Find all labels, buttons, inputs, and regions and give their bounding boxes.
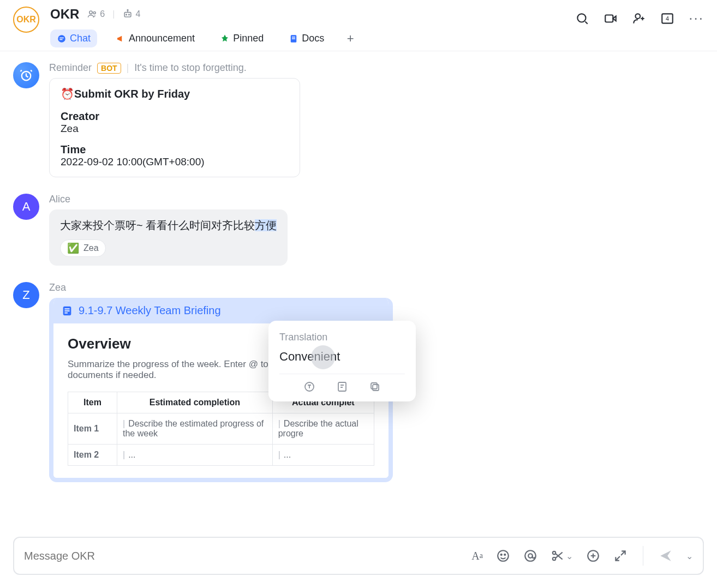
chat-icon [57, 34, 67, 44]
send-options-icon[interactable]: ⌄ [686, 551, 693, 561]
sidebar-icon[interactable]: 4 [660, 11, 674, 26]
svg-point-3 [128, 10, 129, 11]
svg-point-28 [504, 554, 505, 555]
svg-point-26 [498, 550, 509, 561]
doc-table: Item Estimated completion Actual complet… [68, 392, 374, 466]
svg-rect-13 [606, 15, 613, 22]
video-call-icon[interactable] [604, 11, 618, 26]
svg-rect-7 [59, 37, 64, 38]
svg-rect-11 [292, 38, 295, 39]
group-title: OKR [50, 7, 79, 22]
svg-rect-23 [338, 382, 346, 391]
tab-pinned-label: Pinned [233, 33, 264, 44]
tab-chat[interactable]: Chat [50, 29, 97, 47]
group-avatar[interactable]: OKR [13, 7, 39, 33]
reaction-chip[interactable]: ✅ Zea [60, 239, 106, 257]
translate-settings-icon[interactable] [302, 380, 316, 394]
sender-name: Reminder [49, 62, 92, 74]
divider [279, 374, 405, 374]
tab-chat-label: Chat [70, 33, 91, 44]
translation-result: Convenient [279, 350, 340, 364]
tab-docs[interactable]: Docs [282, 29, 331, 47]
translation-title: Translation [279, 332, 405, 343]
bot-count[interactable]: 4 [122, 9, 140, 20]
tabs: Chat Announcement Pinned Docs + [50, 29, 575, 51]
tab-docs-label: Docs [302, 33, 324, 44]
note-icon[interactable] [335, 380, 349, 394]
format-icon[interactable]: Aa [471, 550, 483, 562]
svg-rect-19 [64, 308, 69, 309]
tab-announcement-label: Announcement [129, 33, 195, 44]
bot-badge: BOT [97, 63, 121, 74]
reminder-card[interactable]: ⏰Submit OKR by Friday Creator Zea Time 2… [49, 78, 300, 177]
svg-rect-10 [292, 37, 295, 38]
chat-header: OKR OKR 6 | 4 Chat [0, 0, 717, 51]
svg-point-12 [578, 14, 586, 22]
doc-icon [61, 305, 73, 317]
bot-count-value: 4 [135, 9, 140, 19]
doc-title: 9.1-9.7 Weekly Team Briefing [79, 304, 221, 317]
message-composer[interactable]: Aa ⌄ ⌄ [13, 537, 704, 575]
svg-rect-24 [373, 385, 379, 391]
member-count[interactable]: 6 [87, 9, 105, 20]
more-icon[interactable]: ··· [689, 10, 704, 27]
members-icon [87, 9, 98, 20]
alice-message-bubble[interactable]: 大家来投个票呀~ 看看什么时间对齐比较方便 ✅ Zea [49, 209, 288, 266]
message-input[interactable] [24, 550, 471, 562]
table-row: Item 2 |... |... [68, 445, 374, 466]
svg-rect-20 [64, 310, 69, 311]
search-icon[interactable] [575, 11, 589, 26]
tab-announcement[interactable]: Announcement [109, 29, 201, 47]
svg-point-29 [525, 550, 536, 561]
time-label: Time [61, 143, 289, 156]
alice-text-selected: 方便 [255, 219, 277, 231]
th-estimated: Estimated completion [117, 392, 273, 413]
member-count-value: 6 [100, 9, 105, 19]
add-tab-button[interactable]: + [343, 31, 358, 46]
message-list: Reminder BOT | It's time to stop forgett… [0, 51, 717, 531]
done-emoji-icon: ✅ [67, 242, 79, 254]
creator-label: Creator [61, 110, 289, 123]
time-value: 2022-09-02 10:00(GMT+08:00) [61, 156, 289, 168]
expand-icon[interactable] [613, 549, 628, 563]
send-button[interactable] [659, 549, 673, 563]
alice-avatar[interactable]: A [13, 194, 39, 220]
table-row: Item 1 |Describe the estimated progress … [68, 413, 374, 445]
svg-point-30 [528, 554, 533, 558]
header-actions: 4 ··· [575, 7, 704, 27]
alice-text: 大家来投个票呀~ 看看什么时间对齐比较 [60, 219, 255, 231]
svg-rect-21 [64, 312, 68, 313]
add-attachment-icon[interactable] [586, 549, 600, 563]
meta-separator: | [112, 9, 115, 19]
sender-name: Alice [49, 194, 70, 205]
zea-avatar[interactable]: Z [13, 282, 39, 308]
svg-point-0 [89, 11, 92, 14]
pin-icon [220, 34, 230, 44]
cursor-indicator-icon [311, 345, 335, 369]
svg-rect-8 [59, 39, 62, 40]
bot-icon [122, 9, 133, 20]
megaphone-icon [116, 34, 126, 44]
creator-value: Zea [61, 123, 289, 135]
reaction-user: Zea [83, 243, 99, 253]
tab-pinned[interactable]: Pinned [213, 29, 270, 47]
svg-text:4: 4 [666, 15, 669, 22]
add-member-icon[interactable] [632, 11, 646, 26]
bot-subtitle: It's time to stop forgetting. [134, 62, 247, 74]
doc-icon [289, 34, 298, 44]
th-item: Item [68, 392, 117, 413]
svg-rect-25 [371, 383, 377, 389]
emoji-icon[interactable] [496, 549, 510, 563]
svg-point-5 [129, 14, 130, 15]
translation-popover: Translation Convenient [268, 321, 416, 401]
copy-icon[interactable] [368, 380, 382, 394]
svg-point-4 [126, 14, 127, 15]
svg-point-6 [58, 35, 65, 43]
reminder-card-title: ⏰Submit OKR by Friday [61, 87, 289, 100]
scissors-icon[interactable]: ⌄ [551, 549, 573, 563]
mention-icon[interactable] [523, 549, 537, 563]
reminder-avatar[interactable] [13, 62, 39, 88]
svg-point-27 [501, 554, 502, 555]
chevron-down-icon: ⌄ [566, 551, 573, 561]
message-alice: A Alice 大家来投个票呀~ 看看什么时间对齐比较方便 ✅ Zea [13, 194, 704, 266]
